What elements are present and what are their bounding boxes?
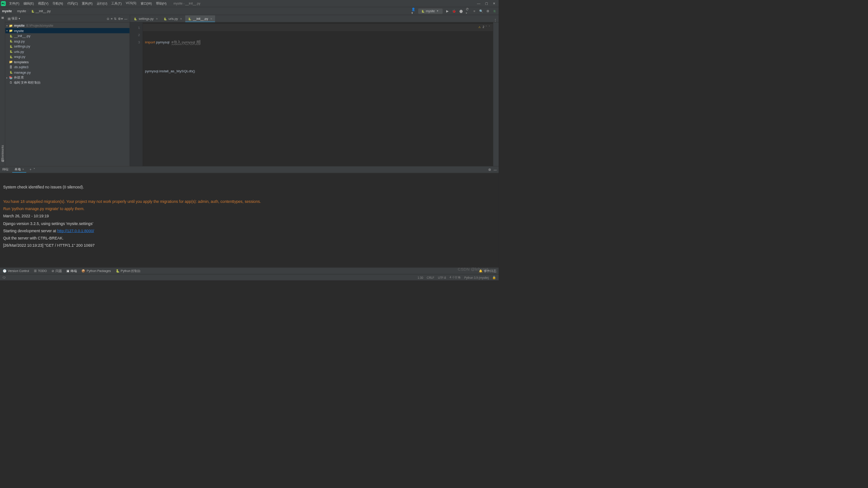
terminal-output[interactable]: System check identified no issues (0 sil… (0, 173, 499, 267)
collapse-icon[interactable]: ⇅ (114, 17, 117, 20)
file-encoding[interactable]: UTF-8 (438, 276, 446, 279)
indent-setting[interactable]: 4 个空格 (450, 276, 461, 280)
expand-icon[interactable]: ≡ (111, 17, 113, 20)
bookmarks-tab[interactable]: Bookmarks (0, 144, 4, 161)
tree-file-init[interactable]: __init__.py (5, 33, 129, 38)
python-file-icon (9, 50, 13, 53)
left-gutter: ▦ Bookmarks 结构 (0, 15, 5, 166)
run-config-selector[interactable]: mysite ▼ (418, 9, 443, 14)
tool-python-console[interactable]: 🐍 Python 控制台 (116, 269, 141, 273)
expand-arrow-icon[interactable]: ▸ (5, 76, 9, 79)
code-editor[interactable]: 1 2 3 import pymysql #导入 pymysql 库 pymys… (130, 22, 499, 166)
menu-window[interactable]: 窗口(W) (139, 0, 154, 7)
project-panel: ▤ 项目 ▼ ⊙ ≡ ⇅ ⚙▾ — ▾ mysite E:\Projects\m… (5, 15, 130, 166)
maximize-button[interactable]: ▢ (485, 1, 488, 5)
settings-icon[interactable]: ⚙ (486, 9, 490, 13)
python-interpreter[interactable]: Python 3.9 (mysite) (464, 276, 489, 279)
tree-label: asgi.py (14, 39, 25, 43)
nav-up-icon[interactable]: ˄ (486, 23, 487, 31)
run-button[interactable]: ▶ (445, 9, 449, 13)
close-button[interactable]: ✕ (493, 1, 495, 5)
minimize-button[interactable]: — (477, 1, 480, 5)
close-icon[interactable]: × (180, 17, 182, 20)
menu-tools[interactable]: 工具(T) (109, 0, 123, 7)
hide-panel-icon[interactable]: — (124, 17, 127, 20)
tab-urls[interactable]: urls.py× (161, 15, 185, 22)
profile-button[interactable]: ⏱▾ (466, 9, 470, 13)
warning-count: 2 (482, 23, 484, 31)
tab-init[interactable]: __init__.py× (185, 15, 215, 22)
tree-dir-templates[interactable]: templates (5, 59, 129, 64)
chevron-down-icon[interactable]: ▼ (18, 17, 20, 20)
python-file-icon (134, 17, 137, 20)
tree-file-urls[interactable]: urls.py (5, 49, 129, 54)
project-tree[interactable]: ▾ mysite E:\Projects\mysite ▾ mysite __i… (5, 22, 129, 166)
nav-down-icon[interactable]: ˅ (489, 23, 490, 31)
search-everywhere-icon[interactable]: 🔍 (479, 9, 483, 13)
project-title: 项目 (11, 16, 18, 21)
editor-more-icon[interactable]: ⋮ (494, 19, 497, 22)
term-line: System check identified no issues (0 sil… (3, 185, 84, 189)
menu-vcs[interactable]: VCS(S) (124, 0, 138, 7)
terminal-tab-local[interactable]: 本地 × (12, 167, 26, 173)
cursor-position[interactable]: 1:30 (418, 276, 423, 279)
expand-arrow-icon[interactable]: ▾ (5, 24, 9, 27)
editor-area: settings.py× urls.py× __init__.py× ⋮ 1 2… (130, 15, 499, 166)
close-icon[interactable]: × (21, 168, 24, 171)
line-separator[interactable]: CRLF (427, 276, 434, 279)
tree-file-manage[interactable]: manage.py (5, 70, 129, 75)
chevron-down-icon[interactable]: ˅ (33, 168, 35, 171)
code-with-me-icon[interactable]: ⎘ (492, 9, 496, 13)
tree-dir-mysite[interactable]: ▾ mysite (5, 28, 129, 33)
inspection-widget[interactable]: ⚠ 2 ˄ ˅ (478, 23, 491, 31)
tree-file-wsgi[interactable]: wsgi.py (5, 54, 129, 59)
tool-python-packages[interactable]: 📦 Python Packages (81, 269, 111, 273)
expand-arrow-icon[interactable]: ▾ (5, 29, 9, 32)
menu-refactor[interactable]: 重构(R) (80, 0, 94, 7)
tool-todo[interactable]: ☰ TODO (34, 269, 47, 273)
lock-icon[interactable]: 🔒 (492, 276, 496, 279)
term-line: Starting development server at (3, 229, 57, 233)
menu-help[interactable]: 帮助(H) (154, 0, 168, 7)
tree-label: db.sqlite3 (14, 65, 28, 69)
panel-settings-icon[interactable]: ⚙▾ (118, 17, 123, 20)
crumb-2[interactable]: __init__.py (36, 9, 51, 13)
code-content[interactable]: import pymysql #导入 pymysql 库 pymysql.ins… (143, 22, 493, 166)
project-view-icon: ▤ (8, 17, 10, 20)
tree-file-asgi[interactable]: asgi.py (5, 38, 129, 43)
tool-problems[interactable]: ⊘ 问题 (52, 269, 61, 273)
server-url-link[interactable]: http://127.0.0.1:8000/ (57, 229, 94, 233)
project-tool-icon[interactable]: ▦ (1, 16, 4, 19)
menu-code[interactable]: 代码(C) (66, 0, 80, 7)
code-keyword: import (145, 40, 155, 44)
menu-edit[interactable]: 编辑(E) (22, 0, 36, 7)
tree-file-settings[interactable]: settings.py (5, 44, 129, 49)
structure-tab[interactable]: 结构 (0, 163, 5, 166)
tree-label: __init__.py (14, 34, 30, 38)
tree-root[interactable]: ▾ mysite E:\Projects\mysite (5, 23, 129, 28)
close-icon[interactable]: × (156, 17, 158, 20)
coverage-button[interactable]: ⬤ (459, 9, 463, 13)
menu-run[interactable]: 运行(U) (95, 0, 109, 7)
stop-button[interactable]: ■ (472, 9, 476, 13)
tab-settings[interactable]: settings.py× (131, 15, 161, 22)
locate-icon[interactable]: ⊙ (107, 17, 109, 20)
tree-external-libs[interactable]: ▸外部库 (5, 75, 129, 80)
status-notify-icon[interactable]: 🗨 (3, 276, 5, 279)
close-icon[interactable]: × (210, 17, 212, 20)
crumb-root[interactable]: mysite (2, 9, 12, 13)
crumb-1[interactable]: mysite (17, 9, 26, 13)
menu-view[interactable]: 视图(V) (36, 0, 50, 7)
tool-terminal[interactable]: ▣ 终端 (66, 269, 77, 273)
debug-button[interactable]: 🐞 (452, 9, 456, 13)
terminal-settings-icon[interactable]: ⚙ (488, 168, 491, 171)
add-terminal-button[interactable]: ＋ (29, 168, 32, 172)
tree-scratches[interactable]: 临时文件和控制台 (5, 80, 129, 85)
menu-file[interactable]: 文件(F) (7, 0, 21, 7)
menu-navigate[interactable]: 导航(N) (51, 0, 65, 7)
user-icon[interactable]: 👤▾ (411, 9, 415, 13)
tree-label: 临时文件和控制台 (14, 80, 41, 85)
tree-file-db[interactable]: db.sqlite3 (5, 64, 129, 69)
tool-version-control[interactable]: 🕘 Version Control (3, 269, 29, 273)
hide-terminal-icon[interactable]: — (494, 168, 497, 171)
